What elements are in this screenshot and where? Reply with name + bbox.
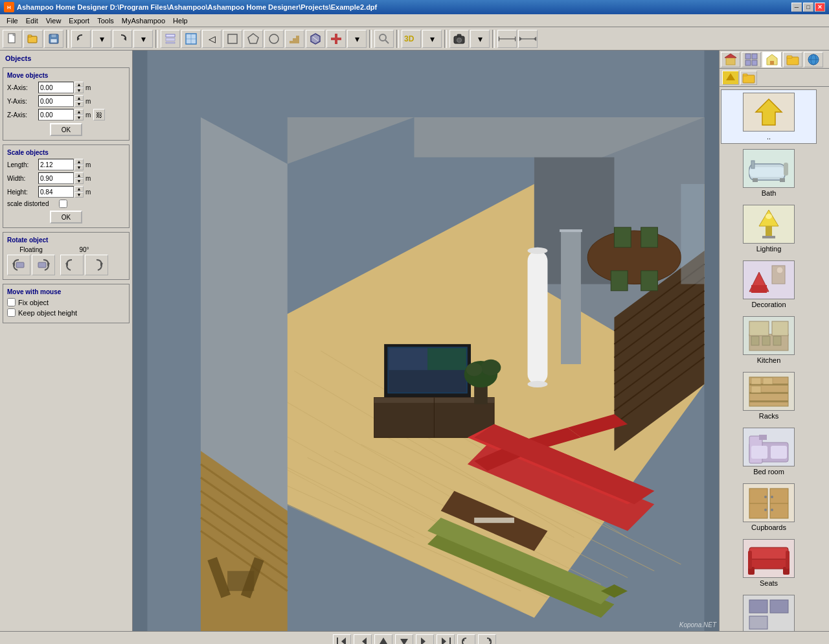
- nav-up[interactable]: [374, 634, 392, 645]
- floating-label: Floating: [7, 246, 55, 253]
- z-axis-input[interactable]: [38, 109, 74, 121]
- toolbar-3d-dropdown[interactable]: ▾: [422, 30, 442, 48]
- height-down[interactable]: ▼: [74, 192, 84, 198]
- catalog-item-kitchen-label: Kitchen: [757, 356, 781, 364]
- rotate-90-ccw-button[interactable]: [60, 255, 84, 275]
- rtab-globe[interactable]: [804, 52, 823, 67]
- toolbar-polygon[interactable]: [244, 30, 263, 48]
- length-spinner[interactable]: ▲ ▼: [74, 159, 84, 170]
- catalog-item-bath[interactable]: Bath: [721, 146, 817, 200]
- y-axis-up[interactable]: ▲: [74, 95, 84, 101]
- rtab-folder-yellow[interactable]: [783, 52, 802, 67]
- catalog-item-seats[interactable]: Seats: [721, 536, 817, 590]
- nav-rotate-left[interactable]: [457, 634, 475, 645]
- length-up[interactable]: ▲: [74, 159, 84, 165]
- catalog-item-decoration[interactable]: Decoration: [721, 258, 817, 311]
- menu-help[interactable]: Help: [169, 16, 192, 26]
- menu-myashampoo[interactable]: MyAshampoo: [118, 16, 169, 26]
- scale-ok-button[interactable]: OK: [50, 211, 82, 224]
- toolbar-camera[interactable]: [449, 30, 469, 48]
- rtab-grid[interactable]: [742, 52, 761, 67]
- width-down[interactable]: ▼: [74, 178, 84, 184]
- scale-distorted-checkbox[interactable]: [59, 200, 67, 208]
- nav-prev[interactable]: [354, 634, 372, 645]
- height-up[interactable]: ▲: [74, 186, 84, 192]
- toolbar-save[interactable]: [44, 30, 63, 48]
- z-axis-down[interactable]: ▼: [74, 115, 84, 121]
- rotate-90-cw-button[interactable]: [85, 255, 108, 275]
- toolbar-3d[interactable]: 3D: [402, 30, 421, 48]
- y-axis-down[interactable]: ▼: [74, 101, 84, 107]
- toolbar-redo[interactable]: [113, 30, 132, 48]
- menu-file[interactable]: File: [3, 16, 22, 26]
- toolbar-hex[interactable]: [306, 30, 325, 48]
- x-axis-down[interactable]: ▼: [74, 87, 84, 93]
- catalog-item-lighting[interactable]: Lighting: [721, 202, 817, 255]
- viewport[interactable]: Kopona.NET: [133, 51, 719, 631]
- toolbar-dropdown3[interactable]: ▾: [347, 30, 367, 48]
- right-content[interactable]: .. Bath: [720, 87, 829, 631]
- width-spinner[interactable]: ▲ ▼: [74, 172, 84, 184]
- menu-export[interactable]: Export: [65, 16, 93, 26]
- toolbar-open[interactable]: [23, 30, 43, 48]
- toolbar-undo-dropdown[interactable]: ▾: [92, 30, 111, 48]
- length-down[interactable]: ▼: [74, 165, 84, 170]
- x-axis-input[interactable]: [38, 82, 74, 93]
- toolbar-measure[interactable]: [497, 30, 517, 48]
- menu-view[interactable]: View: [42, 16, 65, 26]
- toolbar-camera-dropdown[interactable]: ▾: [470, 30, 490, 48]
- minimize-button[interactable]: ─: [791, 3, 802, 12]
- maximize-button[interactable]: □: [803, 3, 813, 12]
- menu-edit[interactable]: Edit: [22, 16, 42, 26]
- scale-distorted-label: scale distorted: [7, 200, 59, 207]
- x-axis-up[interactable]: ▲: [74, 82, 84, 87]
- z-axis-up[interactable]: ▲: [74, 109, 84, 115]
- catalog-item-kitchen[interactable]: Kitchen: [721, 314, 817, 367]
- catalog-item-cupboards[interactable]: Cupboards: [721, 481, 817, 534]
- toolbar-undo[interactable]: [71, 30, 91, 48]
- titlebar: H Ashampoo Home Designer D:\Program File…: [0, 0, 829, 14]
- toolbar-cross[interactable]: [326, 30, 346, 48]
- toolbar-box[interactable]: [223, 30, 242, 48]
- nav-prev-prev[interactable]: [333, 634, 351, 645]
- titlebar-controls[interactable]: ─ □ ✕: [791, 3, 825, 12]
- right-nav-folder[interactable]: [740, 71, 757, 85]
- keep-height-checkbox[interactable]: [7, 308, 16, 317]
- nav-rotate-right[interactable]: [478, 634, 496, 645]
- width-input[interactable]: [38, 172, 74, 184]
- move-link-icon[interactable]: ⛓: [93, 109, 105, 121]
- nav-down[interactable]: [395, 634, 413, 645]
- toolbar-search[interactable]: [374, 30, 394, 48]
- height-spinner[interactable]: ▲ ▼: [74, 186, 84, 198]
- y-axis-spinner[interactable]: ▲ ▼: [74, 95, 84, 107]
- z-axis-spinner[interactable]: ▲ ▼: [74, 109, 84, 121]
- catalog-item-racks[interactable]: Racks: [721, 369, 817, 422]
- rtab-building[interactable]: [721, 52, 740, 67]
- right-nav-up[interactable]: [722, 71, 739, 85]
- toolbar-arrow-left[interactable]: ◁: [202, 30, 221, 48]
- toolbar-stairs[interactable]: [285, 30, 304, 48]
- menu-tools[interactable]: Tools: [93, 16, 118, 26]
- catalog-item-up[interactable]: ..: [721, 89, 817, 144]
- toolbar-view2d[interactable]: [181, 30, 201, 48]
- toolbar-circle[interactable]: [264, 30, 284, 48]
- fix-object-checkbox[interactable]: [7, 298, 16, 306]
- close-button[interactable]: ✕: [815, 3, 825, 12]
- y-axis-input[interactable]: [38, 95, 74, 107]
- toolbar-redo-dropdown[interactable]: ▾: [133, 30, 153, 48]
- toolbar-select[interactable]: [161, 30, 180, 48]
- length-input[interactable]: [38, 159, 74, 170]
- toolbar-new[interactable]: [3, 30, 22, 48]
- catalog-item-bedroom[interactable]: Bed room: [721, 425, 817, 478]
- move-ok-button[interactable]: OK: [50, 123, 82, 136]
- nav-next-next[interactable]: [437, 634, 455, 645]
- height-input[interactable]: [38, 186, 74, 198]
- catalog-item-more[interactable]: ...: [721, 592, 817, 631]
- width-up[interactable]: ▲: [74, 172, 84, 178]
- nav-next[interactable]: [416, 634, 434, 645]
- rotate-cw-button[interactable]: [32, 255, 55, 275]
- rtab-object[interactable]: [762, 52, 782, 67]
- rotate-ccw-button[interactable]: [7, 255, 30, 275]
- toolbar-arrows[interactable]: [518, 30, 538, 48]
- x-axis-spinner[interactable]: ▲ ▼: [74, 82, 84, 93]
